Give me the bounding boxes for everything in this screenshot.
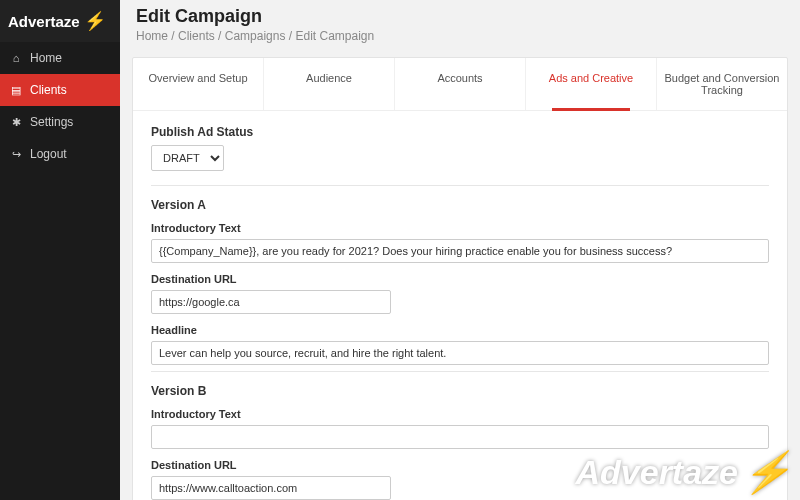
sidebar-item-settings[interactable]: ✱ Settings bbox=[0, 106, 120, 138]
publish-status-select[interactable]: DRAFT bbox=[151, 145, 224, 171]
sidebar-item-label: Home bbox=[30, 51, 62, 65]
sidebar-item-label: Clients bbox=[30, 83, 67, 97]
page-title: Edit Campaign bbox=[136, 6, 784, 27]
intro-label-b: Introductory Text bbox=[151, 408, 769, 420]
tab-audience[interactable]: Audience bbox=[264, 58, 395, 110]
tab-ads-creative[interactable]: Ads and Creative bbox=[526, 58, 657, 110]
campaign-card: Overview and Setup Audience Accounts Ads… bbox=[132, 57, 788, 500]
crumb-current: Edit Campaign bbox=[295, 29, 374, 43]
publish-status-block: Publish Ad Status DRAFT bbox=[151, 125, 769, 171]
url-label-b: Destination URL bbox=[151, 459, 769, 471]
bolt-icon: ⚡ bbox=[84, 10, 106, 32]
list-icon: ▤ bbox=[10, 84, 22, 97]
sidebar-item-label: Logout bbox=[30, 147, 67, 161]
version-b: Version B Introductory Text Destination … bbox=[151, 371, 769, 500]
app-root: Advertaze ⚡ ⌂ Home ▤ Clients ✱ Settings … bbox=[0, 0, 800, 500]
url-input-b[interactable] bbox=[151, 476, 391, 500]
headline-input-a[interactable] bbox=[151, 341, 769, 365]
page-header: Edit Campaign Home / Clients / Campaigns… bbox=[120, 0, 800, 53]
crumb[interactable]: Clients bbox=[178, 29, 215, 43]
url-input-a[interactable] bbox=[151, 290, 391, 314]
version-b-title: Version B bbox=[151, 384, 769, 398]
brand: Advertaze ⚡ bbox=[0, 0, 120, 42]
sidebar-item-logout[interactable]: ↪ Logout bbox=[0, 138, 120, 170]
intro-input-a[interactable] bbox=[151, 239, 769, 263]
gear-icon: ✱ bbox=[10, 116, 22, 129]
crumb[interactable]: Home bbox=[136, 29, 168, 43]
version-a: Version A Introductory Text Destination … bbox=[151, 185, 769, 365]
logout-icon: ↪ bbox=[10, 148, 22, 161]
tab-overview[interactable]: Overview and Setup bbox=[133, 58, 264, 110]
tab-accounts[interactable]: Accounts bbox=[395, 58, 526, 110]
url-label-a: Destination URL bbox=[151, 273, 769, 285]
sidebar-item-clients[interactable]: ▤ Clients bbox=[0, 74, 120, 106]
intro-label-a: Introductory Text bbox=[151, 222, 769, 234]
sidebar: Advertaze ⚡ ⌂ Home ▤ Clients ✱ Settings … bbox=[0, 0, 120, 500]
brand-text: Advertaze bbox=[8, 13, 80, 30]
headline-label-a: Headline bbox=[151, 324, 769, 336]
sidebar-item-label: Settings bbox=[30, 115, 73, 129]
tab-pane-ads: Publish Ad Status DRAFT Version A Introd… bbox=[133, 111, 787, 500]
publish-status-label: Publish Ad Status bbox=[151, 125, 769, 139]
breadcrumb: Home / Clients / Campaigns / Edit Campai… bbox=[136, 29, 784, 43]
home-icon: ⌂ bbox=[10, 52, 22, 64]
sidebar-item-home[interactable]: ⌂ Home bbox=[0, 42, 120, 74]
tab-bar: Overview and Setup Audience Accounts Ads… bbox=[133, 58, 787, 111]
main-content: Edit Campaign Home / Clients / Campaigns… bbox=[120, 0, 800, 500]
sidebar-nav: ⌂ Home ▤ Clients ✱ Settings ↪ Logout bbox=[0, 42, 120, 170]
tab-budget[interactable]: Budget and Conversion Tracking bbox=[657, 58, 787, 110]
intro-input-b[interactable] bbox=[151, 425, 769, 449]
version-a-title: Version A bbox=[151, 198, 769, 212]
crumb[interactable]: Campaigns bbox=[225, 29, 286, 43]
